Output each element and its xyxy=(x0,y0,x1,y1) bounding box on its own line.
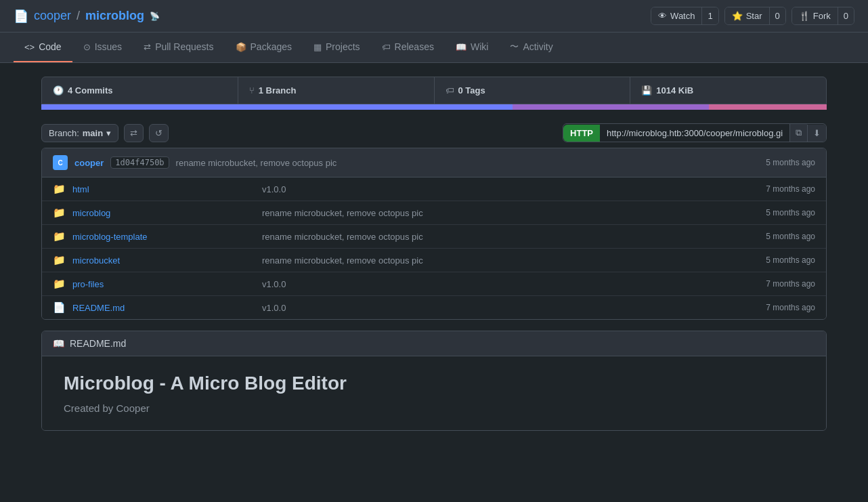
file-commit-message: rename microbucket, remove octopus pic xyxy=(262,232,747,242)
stats-bar: 🕐 4 Commits ⑂ 1 Branch 🏷 0 Tags 💾 1014 K… xyxy=(41,77,827,104)
tab-packages[interactable]: 📦 Packages xyxy=(225,33,303,62)
repo-icon: 📄 xyxy=(14,9,28,24)
file-commit-message: rename microbucket, remove octopus pic xyxy=(262,208,747,218)
branches-stat[interactable]: ⑂ 1 Branch xyxy=(238,77,435,104)
file-name: README.md xyxy=(72,302,262,313)
tags-count: 0 Tags xyxy=(458,85,485,96)
file-name-link[interactable]: microblog xyxy=(72,208,110,218)
file-commit-link[interactable]: rename microbucket, remove octopus pic xyxy=(262,255,423,266)
file-time: 7 months ago xyxy=(747,279,815,289)
readme-heading: Microblog - A Micro Blog Editor xyxy=(64,373,804,394)
file-time: 5 months ago xyxy=(747,208,815,217)
clone-url-container: HTTP ⧉ ⬇ xyxy=(563,123,827,142)
watch-count[interactable]: 1 xyxy=(702,7,718,24)
tab-activity[interactable]: 〜 Activity xyxy=(499,33,563,62)
file-name: html xyxy=(72,184,262,194)
copy-url-button[interactable]: ⧉ xyxy=(789,124,807,142)
table-row: 📁 microblog-template rename microbucket,… xyxy=(42,225,826,249)
star-button-group: ⭐ Star 0 xyxy=(724,7,786,25)
star-button[interactable]: ⭐ Star xyxy=(725,7,770,24)
commit-hash[interactable]: 1d04f4750b xyxy=(110,156,169,169)
repo-owner-link[interactable]: cooper xyxy=(34,9,71,23)
file-name-link[interactable]: README.md xyxy=(72,303,125,313)
branches-count: 1 Branch xyxy=(259,85,297,96)
folder-icon: 📁 xyxy=(53,278,66,290)
tab-wiki[interactable]: 📖 Wiki xyxy=(445,33,499,62)
file-name: microbucket xyxy=(72,255,262,266)
table-row: 📁 html v1.0.0 7 months ago xyxy=(42,177,826,201)
star-count[interactable]: 0 xyxy=(770,7,785,24)
commit-time: 5 months ago xyxy=(766,158,815,167)
file-commit-message: v1.0.0 xyxy=(262,303,747,313)
tab-pull-requests[interactable]: ⇄ Pull Requests xyxy=(133,33,224,62)
repo-header: 📄 cooper / microblog 📡 👁 Watch 1 ⭐ Star … xyxy=(0,0,868,33)
branch-label: Branch: xyxy=(49,128,79,138)
compare-button[interactable]: ⇄ xyxy=(124,124,144,142)
tab-activity-label: Activity xyxy=(523,41,552,52)
fork-icon: 🍴 xyxy=(799,11,810,21)
fork-button-group: 🍴 Fork 0 xyxy=(791,7,854,25)
fork-label: Fork xyxy=(813,11,831,21)
file-name-link[interactable]: html xyxy=(72,184,89,194)
file-commit-link[interactable]: v1.0.0 xyxy=(262,184,286,194)
file-commit-link[interactable]: v1.0.0 xyxy=(262,303,286,313)
tab-releases-label: Releases xyxy=(395,41,434,52)
download-button[interactable]: ⬇ xyxy=(807,125,826,142)
tags-stat[interactable]: 🏷 0 Tags xyxy=(435,77,631,104)
rss-icon: 📡 xyxy=(150,12,160,21)
readme-content: Microblog - A Micro Blog Editor Created … xyxy=(42,356,826,430)
folder-icon: 📁 xyxy=(53,254,66,266)
clone-url-input[interactable] xyxy=(600,125,789,142)
file-name-link[interactable]: microblog-template xyxy=(72,232,148,242)
book-icon: 📖 xyxy=(53,338,64,349)
commits-icon: 🕐 xyxy=(53,85,64,96)
folder-icon: 📁 xyxy=(53,230,66,243)
table-row: 📁 microblog rename microbucket, remove o… xyxy=(42,201,826,225)
issues-icon: ⊙ xyxy=(83,42,91,52)
watch-label: Watch xyxy=(670,11,695,21)
file-time: 5 months ago xyxy=(747,255,815,265)
watch-button[interactable]: 👁 Watch xyxy=(651,7,702,24)
fork-button[interactable]: 🍴 Fork xyxy=(792,7,838,24)
branch-selector[interactable]: Branch: main ▾ xyxy=(41,124,118,142)
fork-count[interactable]: 0 xyxy=(838,7,854,24)
commits-stat[interactable]: 🕐 4 Commits xyxy=(42,77,238,104)
file-commit-link[interactable]: rename microbucket, remove octopus pic xyxy=(262,208,423,218)
tab-code[interactable]: <> Code xyxy=(14,33,72,62)
file-icon: 📄 xyxy=(53,301,66,314)
commit-author-link[interactable]: cooper xyxy=(74,158,104,168)
size-stat[interactable]: 💾 1014 KiB xyxy=(630,77,826,104)
repo-separator: / xyxy=(77,9,80,23)
file-commit-link[interactable]: rename microbucket, remove octopus pic xyxy=(262,232,423,242)
file-time: 7 months ago xyxy=(747,303,815,312)
tab-issues[interactable]: ⊙ Issues xyxy=(72,33,133,62)
file-name-link[interactable]: pro-files xyxy=(72,279,104,289)
file-table: C cooper 1d04f4750b rename microbucket, … xyxy=(41,148,827,320)
watch-button-group: 👁 Watch 1 xyxy=(651,7,719,25)
readme-description: Created by Cooper xyxy=(64,402,804,414)
http-button[interactable]: HTTP xyxy=(563,125,600,142)
lang-segment-1 xyxy=(41,104,513,110)
commits-count: 4 Commits xyxy=(68,85,112,96)
tab-nav: <> Code ⊙ Issues ⇄ Pull Requests 📦 Packa… xyxy=(0,33,868,63)
main-content: 🕐 4 Commits ⑂ 1 Branch 🏷 0 Tags 💾 1014 K… xyxy=(28,63,840,444)
file-name-link[interactable]: microbucket xyxy=(72,255,120,266)
eye-icon: 👁 xyxy=(658,11,667,21)
repo-name-link[interactable]: microblog xyxy=(85,9,144,23)
table-row: 📁 pro-files v1.0.0 7 months ago xyxy=(42,272,826,296)
lang-segment-3 xyxy=(709,104,827,110)
commit-header: C cooper 1d04f4750b rename microbucket, … xyxy=(42,148,826,177)
lang-segment-2 xyxy=(513,104,709,110)
table-row: 📁 microbucket rename microbucket, remove… xyxy=(42,249,826,272)
branches-icon: ⑂ xyxy=(249,85,255,96)
readme-header: 📖 README.md xyxy=(42,331,826,356)
tab-issues-label: Issues xyxy=(95,41,122,52)
file-rows-container: 📁 html v1.0.0 7 months ago 📁 microblog r… xyxy=(42,177,826,319)
table-row: 📄 README.md v1.0.0 7 months ago xyxy=(42,296,826,319)
tab-projects[interactable]: ▦ Projects xyxy=(303,33,371,62)
tab-releases[interactable]: 🏷 Releases xyxy=(371,33,445,62)
history-button[interactable]: ↺ xyxy=(149,124,169,142)
repo-title: 📄 cooper / microblog 📡 xyxy=(14,9,160,24)
file-commit-link[interactable]: v1.0.0 xyxy=(262,279,286,289)
code-icon: <> xyxy=(24,42,35,52)
